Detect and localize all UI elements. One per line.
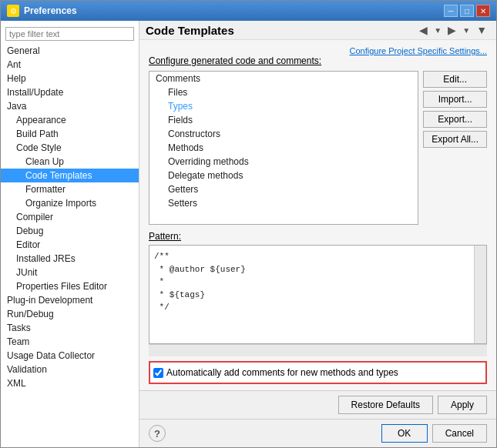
- sidebar-item-appearance[interactable]: Appearance: [1, 113, 139, 127]
- pattern-area: /** * @author ${user} * * ${tags} */: [149, 245, 487, 344]
- panel-title-header: Code Templates: [146, 24, 413, 37]
- tree-item-overriding-methods[interactable]: Overriding methods: [149, 155, 418, 169]
- window-title: Preferences: [24, 5, 77, 16]
- auto-comments-label: Automatically add comments for new metho…: [166, 367, 398, 378]
- pattern-scrollbar-v[interactable]: [474, 246, 486, 343]
- sidebar-item-code-style[interactable]: Code Style: [1, 141, 139, 155]
- sidebar-item-java[interactable]: Java: [1, 99, 139, 113]
- import-button[interactable]: Import...: [423, 91, 487, 108]
- pattern-scrollbar-h[interactable]: [149, 344, 487, 356]
- templates-area: CommentsFilesTypesFieldsConstructorsMeth…: [149, 71, 487, 225]
- bottom-right-buttons: Restore Defaults Apply: [338, 396, 487, 414]
- configure-label: Configure generated code and comments:: [149, 55, 487, 66]
- panel-body: Configure Project Specific Settings... C…: [139, 40, 496, 390]
- footer-bar: ? OK Cancel: [139, 419, 496, 447]
- configure-project-link[interactable]: Configure Project Specific Settings...: [149, 46, 487, 55]
- restore-defaults-button[interactable]: Restore Defaults: [338, 396, 433, 414]
- sidebar-item-debug[interactable]: Debug: [1, 224, 139, 238]
- sidebar-item-code-templates[interactable]: Code Templates: [1, 169, 139, 182]
- sidebar-item-build-path[interactable]: Build Path: [1, 127, 139, 141]
- tree-item-comments[interactable]: Comments: [149, 72, 418, 85]
- window-icon: ⚙: [7, 5, 19, 17]
- minimize-button[interactable]: ─: [444, 5, 458, 17]
- tree-item-methods[interactable]: Methods: [149, 141, 418, 155]
- pattern-container: /** * @author ${user} * * ${tags} */: [149, 245, 487, 356]
- sidebar-item-tasks[interactable]: Tasks: [1, 321, 139, 335]
- sidebar-item-install/update[interactable]: Install/Update: [1, 85, 139, 99]
- sidebar-item-xml[interactable]: XML: [1, 376, 139, 390]
- tree-item-getters[interactable]: Getters: [149, 182, 418, 196]
- export-button[interactable]: Export...: [423, 111, 487, 128]
- tree-item-setters[interactable]: Setters: [149, 196, 418, 210]
- pattern-text[interactable]: /** * @author ${user} * * ${tags} */: [149, 246, 474, 343]
- templates-scroll: CommentsFilesTypesFieldsConstructorsMeth…: [149, 72, 418, 224]
- sidebar-item-junit[interactable]: JUnit: [1, 266, 139, 279]
- pattern-label: Pattern:: [149, 231, 487, 242]
- sidebar-item-validation[interactable]: Validation: [1, 363, 139, 376]
- sidebar-items: GeneralAntHelpInstall/UpdateJavaAppearan…: [1, 44, 139, 390]
- templates-list: CommentsFilesTypesFieldsConstructorsMeth…: [149, 71, 418, 225]
- sidebar-item-formatter[interactable]: Formatter: [1, 182, 139, 196]
- edit-button[interactable]: Edit...: [423, 71, 487, 88]
- sidebar-item-editor[interactable]: Editor: [1, 238, 139, 252]
- sidebar: GeneralAntHelpInstall/UpdateJavaAppearan…: [1, 21, 139, 447]
- tree-item-constructors[interactable]: Constructors: [149, 127, 418, 141]
- maximize-button[interactable]: □: [460, 5, 474, 17]
- main-content: GeneralAntHelpInstall/UpdateJavaAppearan…: [1, 21, 496, 447]
- apply-button[interactable]: Apply: [438, 396, 487, 414]
- nav-dropdown[interactable]: ▼: [434, 26, 442, 35]
- tree-item-types[interactable]: Types: [149, 99, 418, 113]
- sidebar-item-run/debug[interactable]: Run/Debug: [1, 307, 139, 321]
- ok-button[interactable]: OK: [381, 424, 428, 443]
- title-buttons: ─ □ ✕: [444, 5, 490, 17]
- cancel-button[interactable]: Cancel: [432, 424, 487, 443]
- preferences-window: ⚙ Preferences ─ □ ✕ GeneralAntHelpInstal…: [0, 0, 497, 448]
- sidebar-item-plug-in-development[interactable]: Plug-in Development: [1, 293, 139, 307]
- tree-item-fields[interactable]: Fields: [149, 113, 418, 127]
- sidebar-item-installed-jres[interactable]: Installed JREs: [1, 252, 139, 266]
- close-button[interactable]: ✕: [476, 5, 490, 17]
- menu-button[interactable]: ▼: [473, 22, 490, 38]
- help-button[interactable]: ?: [149, 425, 166, 442]
- bottom-bar: Restore Defaults Apply: [139, 390, 496, 419]
- sidebar-item-general[interactable]: General: [1, 44, 139, 58]
- sidebar-item-properties-files-editor[interactable]: Properties Files Editor: [1, 279, 139, 293]
- title-bar: ⚙ Preferences ─ □ ✕: [1, 1, 496, 21]
- template-buttons: Edit... Import... Export... Export All..…: [423, 71, 487, 225]
- checkbox-area: Automatically add comments for new metho…: [149, 361, 487, 384]
- right-panel: Code Templates ◀ ▼ ▶ ▼ ▼ Configure Proje…: [139, 21, 496, 447]
- sidebar-item-help[interactable]: Help: [1, 72, 139, 85]
- sidebar-item-team[interactable]: Team: [1, 335, 139, 349]
- sidebar-item-clean-up[interactable]: Clean Up: [1, 155, 139, 169]
- export-all-button[interactable]: Export All...: [423, 131, 487, 148]
- filter-input[interactable]: [5, 27, 134, 41]
- sidebar-item-compiler[interactable]: Compiler: [1, 210, 139, 224]
- footer-left: ?: [149, 425, 166, 442]
- footer-right-buttons: OK Cancel: [381, 424, 487, 443]
- forward-button[interactable]: ▶: [445, 22, 459, 38]
- nav-forward-dropdown[interactable]: ▼: [462, 26, 470, 35]
- sidebar-item-ant[interactable]: Ant: [1, 58, 139, 72]
- title-bar-left: ⚙ Preferences: [7, 5, 77, 17]
- nav-bar: Code Templates ◀ ▼ ▶ ▼ ▼: [139, 21, 496, 40]
- sidebar-item-organize-imports[interactable]: Organize Imports: [1, 196, 139, 210]
- tree-item-files[interactable]: Files: [149, 85, 418, 99]
- sidebar-item-usage-data-collector[interactable]: Usage Data Collector: [1, 349, 139, 363]
- back-button[interactable]: ◀: [416, 22, 431, 38]
- auto-comments-checkbox[interactable]: [153, 368, 163, 378]
- tree-item-delegate-methods[interactable]: Delegate methods: [149, 169, 418, 182]
